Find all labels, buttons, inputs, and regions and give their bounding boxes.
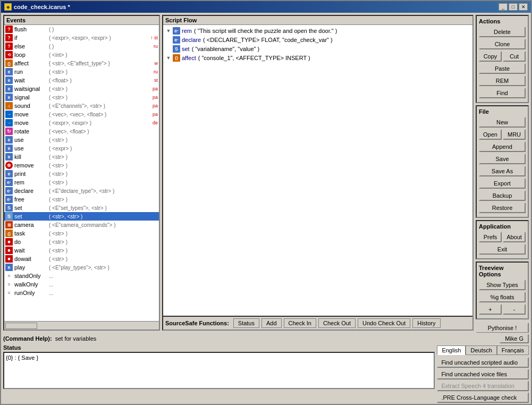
find-button[interactable]: Find bbox=[479, 88, 526, 98]
list-item[interactable]: e use ( <expr> ) bbox=[4, 144, 159, 153]
run-icon: e bbox=[5, 68, 13, 75]
list-item[interactable]: ≡ runOnly ... bbox=[4, 289, 159, 297]
rem-tree-icon: e· bbox=[173, 27, 180, 35]
about-button[interactable]: About bbox=[503, 232, 526, 242]
maximize-button[interactable]: □ bbox=[509, 3, 518, 11]
list-item[interactable]: ⟲ loop ( <int> ) bbox=[4, 50, 159, 59]
copy-cut-row: Copy Cut bbox=[479, 51, 526, 62]
list-item[interactable]: e· rem ( <str> ) bbox=[4, 178, 159, 187]
list-item[interactable]: ♫ sound ( <E"channels">, <str> ) pa bbox=[4, 102, 159, 110]
affect-tree-icon: {} bbox=[173, 54, 180, 62]
horizontal-scrollbar[interactable] bbox=[4, 321, 159, 330]
restore-button[interactable]: Restore bbox=[479, 203, 526, 213]
list-item[interactable]: e run ( <str> ) ru bbox=[4, 68, 159, 76]
list-item[interactable]: e signal ( <str> ) pa bbox=[4, 93, 159, 102]
list-item[interactable]: e use ( <str> ) bbox=[4, 136, 159, 144]
use2-icon: e bbox=[5, 145, 13, 152]
print-icon: e bbox=[5, 170, 13, 178]
find-uncached-voice-button[interactable]: Find uncached voice files bbox=[437, 369, 529, 379]
save-as-button[interactable]: Save As bbox=[479, 166, 526, 176]
list-item[interactable]: ↻ rotate ( <vec>, <float> ) bbox=[4, 127, 159, 136]
list-item[interactable]: ? if ( <expr>, <expr>, <expr> ) ↑ st bbox=[4, 33, 159, 42]
clone-button[interactable]: Clone bbox=[479, 39, 526, 49]
undo-check-out-button[interactable]: Undo Check Out bbox=[358, 318, 410, 328]
list-item[interactable]: ? flush ( ) bbox=[4, 25, 159, 33]
treeview-header: Treeview Options bbox=[479, 265, 526, 277]
prefs-button[interactable]: Prefs bbox=[479, 232, 502, 242]
language-bar: English Deutsch Français bbox=[437, 345, 529, 355]
sound-icon: ♫ bbox=[5, 102, 13, 109]
history-button[interactable]: History bbox=[412, 318, 440, 328]
pythonise-button[interactable]: Pythonise ! bbox=[476, 323, 529, 333]
exit-button[interactable]: Exit bbox=[479, 244, 526, 255]
mru-button[interactable]: MRU bbox=[503, 129, 526, 140]
append-button[interactable]: Append bbox=[479, 141, 526, 152]
list-item[interactable]: {} affect { <str>, <E"affect_type"> } w bbox=[4, 59, 159, 68]
list-item[interactable]: {} task ( <str> ) bbox=[4, 229, 159, 238]
tree-item[interactable]: ▼ {} affect ( "console_1", <AFFECT_TYPE>… bbox=[164, 53, 471, 62]
list-item[interactable]: e wait ( <float> ) st bbox=[4, 76, 159, 85]
tree-item[interactable]: ▼ e· rem ( "This script will check the p… bbox=[164, 26, 471, 35]
export-button[interactable]: Export bbox=[479, 178, 526, 189]
list-item[interactable]: ? else ( ) ru bbox=[4, 42, 159, 50]
list-item[interactable]: e play ( <E"play_types">, <str> ) bbox=[4, 263, 159, 272]
rem-button[interactable]: REM bbox=[479, 75, 526, 86]
expand-icon2[interactable] bbox=[165, 37, 172, 43]
list-item[interactable]: S set ( <str>, <str> ) bbox=[4, 212, 159, 221]
list-item[interactable]: → move ( <expr>, <expr> ) de bbox=[4, 119, 159, 127]
cut-button[interactable]: Cut bbox=[503, 51, 526, 62]
list-item[interactable]: e waitsignal ( <str> ) pa bbox=[4, 85, 159, 93]
copy-button[interactable]: Copy bbox=[479, 51, 502, 62]
list-item[interactable]: ≡ walkOnly ... bbox=[4, 280, 159, 289]
status-button[interactable]: Status bbox=[233, 318, 259, 328]
expand-icon3[interactable] bbox=[165, 46, 172, 52]
kill-icon: e bbox=[5, 153, 13, 161]
deutsch-button[interactable]: Deutsch bbox=[466, 345, 496, 355]
command-help-bar: (Command Help): set for variables Mike G bbox=[3, 334, 529, 343]
english-button[interactable]: English bbox=[437, 345, 466, 355]
delete-button[interactable]: Delete bbox=[479, 27, 526, 37]
tree-item[interactable]: e· declare ( <DECLARE_TYPE> FLOAT, "code… bbox=[164, 35, 471, 44]
list-item[interactable]: e kill ( <str> ) bbox=[4, 153, 159, 161]
app-icon: ◈ bbox=[4, 3, 12, 11]
paste-button[interactable]: Paste bbox=[479, 63, 526, 74]
events-list[interactable]: ? flush ( ) ? if ( <expr>, <expr>, <expr… bbox=[4, 25, 159, 321]
add-button[interactable]: Add bbox=[261, 318, 282, 328]
list-item[interactable]: ■ dowait ( <str> ) bbox=[4, 255, 159, 263]
list-item[interactable]: e print ( <str> ) bbox=[4, 170, 159, 178]
list-item[interactable]: ■ do ( <str> ) bbox=[4, 238, 159, 246]
list-item[interactable]: e· declare ( <E"declare_type">, <str> ) bbox=[4, 187, 159, 195]
find-uncached-audio-button[interactable]: Find uncached scripted audio bbox=[437, 357, 529, 368]
list-item[interactable]: S set ( <E"set_types">, <str> ) bbox=[4, 204, 159, 212]
events-panel: Events ? flush ( ) ? if ( <expr>, <expr>… bbox=[3, 15, 160, 331]
close-button[interactable]: ✕ bbox=[519, 3, 528, 11]
extract-speech-button[interactable]: Extract Speech 4 translation bbox=[437, 381, 529, 391]
minimize-button[interactable]: _ bbox=[499, 3, 508, 11]
minus-button[interactable]: - bbox=[503, 304, 526, 315]
open-button[interactable]: Open bbox=[479, 129, 502, 140]
backup-button[interactable]: Backup bbox=[479, 190, 526, 201]
script-header: Script Flow bbox=[163, 16, 472, 25]
expand-icon[interactable]: ▼ bbox=[165, 28, 172, 34]
scroll-thumb[interactable] bbox=[5, 323, 37, 329]
save-button[interactable]: Save bbox=[479, 154, 526, 164]
rem-icon: e· bbox=[5, 179, 13, 186]
plus-button[interactable]: + bbox=[479, 304, 502, 315]
expand-icon4[interactable]: ▼ bbox=[165, 55, 172, 61]
list-item[interactable]: → move ( <vec>, <vec>, <float> ) pa bbox=[4, 110, 159, 119]
list-item[interactable]: ≡ standOnly ... bbox=[4, 272, 159, 280]
list-item[interactable]: ⊞ camera ( <E"camera_commands"> ) bbox=[4, 221, 159, 229]
script-tree[interactable]: ▼ e· rem ( "This script will check the p… bbox=[163, 25, 472, 316]
mike-button[interactable]: Mike G bbox=[500, 334, 529, 343]
list-item[interactable]: ⊗ remove ( <str> ) bbox=[4, 161, 159, 170]
check-in-button[interactable]: Check In bbox=[284, 318, 316, 328]
francais-button[interactable]: Français bbox=[497, 345, 529, 355]
show-types-button[interactable]: Show Types bbox=[479, 280, 526, 290]
pre-cross-lang-button[interactable]: .PRE Cross-Language check bbox=[437, 392, 529, 403]
list-item[interactable]: e· free ( <str> ) bbox=[4, 195, 159, 204]
list-item[interactable]: ■ wait ( <str> ) bbox=[4, 246, 159, 255]
tree-item[interactable]: S set ( "variablename", "value" ) bbox=[164, 44, 471, 53]
new-button[interactable]: New bbox=[479, 117, 526, 128]
check-out-button[interactable]: Check Out bbox=[318, 318, 356, 328]
floats-button[interactable]: %g floats bbox=[479, 292, 526, 302]
